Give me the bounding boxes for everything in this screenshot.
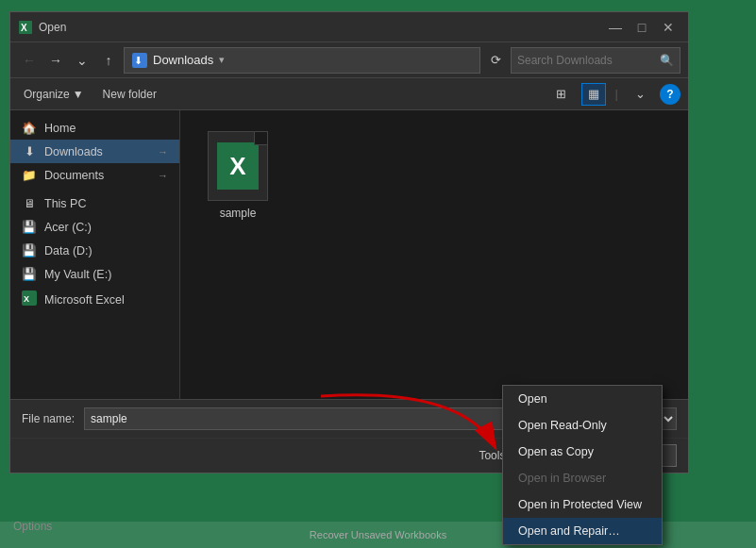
- documents-arrow: →: [158, 170, 168, 181]
- documents-icon: 📁: [22, 168, 37, 182]
- downloads-icon: ⬇: [132, 53, 147, 68]
- title-bar: X Open — □ ✕: [10, 12, 688, 42]
- view-options-button[interactable]: ⌄: [628, 83, 652, 106]
- file-name-static-label: File name:: [22, 412, 75, 425]
- sidebar-label-datad: Data (D:): [44, 244, 92, 257]
- organize-button[interactable]: Organize ▼: [18, 85, 90, 104]
- view-button-grid[interactable]: ⊞: [549, 83, 574, 106]
- sidebar-label-downloads: Downloads: [44, 145, 103, 158]
- home-icon: 🏠: [22, 121, 37, 135]
- context-menu: Open Open Read-Only Open as Copy Open in…: [502, 385, 663, 545]
- excel-file-logo: X: [217, 142, 259, 190]
- new-folder-button[interactable]: New folder: [97, 85, 162, 104]
- minimize-button[interactable]: —: [603, 17, 628, 38]
- sidebar-label-acerc: Acer (C:): [44, 221, 92, 234]
- window-controls: — □ ✕: [603, 17, 680, 38]
- search-box[interactable]: 🔍: [511, 47, 680, 74]
- thispc-icon: 🖥: [22, 197, 37, 210]
- downloads-arrow: →: [158, 146, 168, 158]
- sidebar-label-msexcel: Microsoft Excel: [44, 293, 125, 307]
- context-open-protected[interactable]: Open in Protected View: [503, 491, 662, 518]
- sidebar-label-thispc: This PC: [44, 197, 86, 210]
- file-fold: [254, 132, 267, 145]
- address-location: Downloads: [153, 53, 213, 67]
- address-bar: ← → ⌄ ↑ ⬇ Downloads ▾ ⟳ 🔍: [10, 42, 688, 78]
- dropdown-button[interactable]: ⌄: [71, 49, 93, 72]
- address-chevron[interactable]: ▾: [219, 54, 225, 66]
- downloads-sidebar-icon: ⬇: [22, 144, 37, 158]
- up-button[interactable]: ↑: [97, 49, 120, 72]
- myvault-icon: 💾: [22, 267, 37, 281]
- forward-button[interactable]: →: [44, 49, 67, 72]
- back-button[interactable]: ←: [18, 49, 41, 72]
- toolbar: Organize ▼ New folder ⊞ ▦ | ⌄ ?: [10, 78, 688, 110]
- sidebar-item-home[interactable]: 🏠 Home: [10, 116, 179, 140]
- maximize-button[interactable]: □: [630, 17, 654, 38]
- sidebar: 🏠 Home ⬇ Downloads → 📁 Documents → 🖥 Thi…: [10, 110, 180, 399]
- file-name-label: sample: [220, 207, 257, 220]
- context-open-readonly[interactable]: Open Read-Only: [503, 412, 662, 439]
- sidebar-label-documents: Documents: [44, 169, 104, 182]
- file-icon-sample: X: [208, 131, 268, 201]
- new-folder-label: New folder: [103, 88, 157, 101]
- content-area: 🏠 Home ⬇ Downloads → 📁 Documents → 🖥 Thi…: [10, 110, 688, 399]
- recover-text: Recover Unsaved Workbooks: [310, 529, 446, 540]
- svg-text:X: X: [21, 23, 27, 33]
- options-area: Options: [13, 520, 52, 533]
- sidebar-item-datad[interactable]: 💾 Data (D:): [10, 239, 179, 262]
- sidebar-item-thispc[interactable]: 🖥 This PC: [10, 192, 179, 215]
- options-label: Options: [13, 520, 52, 533]
- svg-text:X: X: [24, 294, 29, 304]
- search-input[interactable]: [517, 54, 656, 67]
- refresh-button[interactable]: ⟳: [484, 49, 507, 72]
- context-open-copy[interactable]: Open as Copy: [503, 439, 662, 465]
- datad-icon: 💾: [22, 243, 37, 257]
- sidebar-label-home: Home: [44, 122, 76, 135]
- close-button[interactable]: ✕: [656, 17, 680, 38]
- search-icon: 🔍: [660, 54, 674, 67]
- organize-label: Organize: [24, 88, 70, 101]
- sidebar-item-acerc[interactable]: 💾 Acer (C:): [10, 215, 179, 239]
- msexcel-icon: X: [22, 291, 37, 308]
- context-open-browser: Open in Browser: [503, 465, 662, 491]
- sidebar-label-myvault: My Vault (E:): [44, 268, 111, 281]
- file-item-sample[interactable]: X sample: [195, 125, 280, 225]
- context-open[interactable]: Open: [503, 386, 662, 412]
- main-file-area: X sample: [180, 110, 688, 399]
- sidebar-item-msexcel[interactable]: X Microsoft Excel: [10, 286, 179, 313]
- dialog-icon: X: [18, 20, 33, 35]
- svg-text:⬇: ⬇: [134, 55, 143, 66]
- help-button[interactable]: ?: [660, 84, 680, 105]
- file-name-field[interactable]: [84, 407, 516, 430]
- organize-arrow: ▼: [73, 88, 84, 101]
- sidebar-item-myvault[interactable]: 💾 My Vault (E:): [10, 262, 179, 286]
- dialog-title: Open: [39, 21, 603, 34]
- acerc-icon: 💾: [22, 220, 37, 234]
- context-open-repair[interactable]: Open and Repair…: [503, 518, 662, 544]
- view-button-list[interactable]: ▦: [581, 83, 606, 106]
- sidebar-item-downloads[interactable]: ⬇ Downloads →: [10, 140, 179, 163]
- sidebar-item-documents[interactable]: 📁 Documents →: [10, 163, 179, 187]
- address-box[interactable]: ⬇ Downloads ▾: [124, 47, 480, 74]
